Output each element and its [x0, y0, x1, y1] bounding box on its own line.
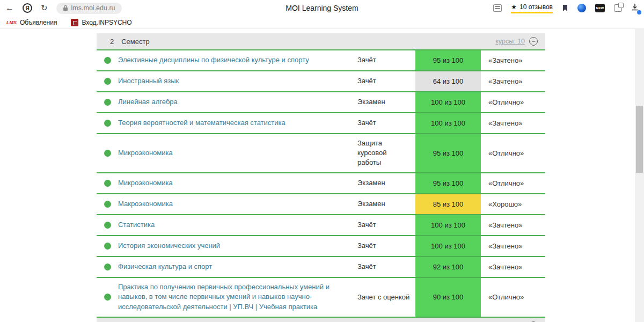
toolbar-right: 10 отзывов	[493, 3, 639, 13]
course-link[interactable]: Физическая культура и спорт	[118, 257, 357, 277]
course-link[interactable]: История экономических учений	[118, 236, 357, 256]
page-content: 2 Семестр курсы: 10 Элективные дисциплин…	[0, 29, 644, 322]
assessment-type: Зачёт	[357, 257, 415, 277]
lock-icon	[63, 5, 68, 11]
bookmark-label: Вход.INPSYCHO	[82, 19, 131, 26]
status-dot-icon	[104, 150, 111, 157]
status-dot-cell	[97, 194, 118, 214]
extension-browser-icon[interactable]	[577, 4, 586, 12]
assessment-type: Зачёт	[357, 236, 415, 256]
course-link[interactable]: Микроэкономика	[118, 173, 357, 193]
status-dot-cell	[97, 92, 118, 112]
table-row: Практика по получению первичных професси…	[97, 278, 545, 318]
refresh-icon[interactable]	[41, 4, 48, 12]
status-dot-icon	[104, 201, 111, 208]
bookmark-announcements[interactable]: LMS Объявления	[6, 19, 57, 26]
scrollbar-thumb[interactable]	[636, 106, 643, 173]
course-link[interactable]: Практика по получению первичных професси…	[118, 278, 357, 317]
table-row: Статистика Зачёт 100 из 100 «Зачтено»	[97, 215, 545, 236]
scrollbar-track[interactable]	[635, 29, 644, 322]
download-icon	[631, 3, 639, 11]
grade-text: «Отлично»	[481, 134, 545, 172]
collapse-semester-icon[interactable]	[529, 37, 538, 46]
assessment-type: Защита курсовой работы	[357, 134, 415, 172]
assessment-type: Зачет с оценкой	[357, 278, 415, 317]
address-bar[interactable]: lms.moi.edu.ru	[56, 3, 122, 14]
table-row: История экономических учений Зачёт 100 и…	[97, 236, 545, 257]
table-row: Теория вероятностей и математическая ста…	[97, 113, 545, 134]
table-row: Иностранный язык Зачёт 64 из 100 «Зачтен…	[97, 71, 545, 92]
semester-3-header: 3 Семестр курсы: 10	[97, 318, 545, 322]
semester-label: Семестр	[121, 38, 149, 46]
site-reviews-button[interactable]: 10 отзывов	[511, 3, 553, 13]
table-row: Элективные дисциплины по физической куль…	[97, 50, 545, 71]
status-dot-icon	[104, 264, 111, 270]
bookmark-icon[interactable]	[562, 4, 568, 12]
course-link[interactable]: Элективные дисциплины по физической куль…	[118, 50, 357, 70]
course-link[interactable]: Микроэкономика	[118, 134, 357, 172]
status-dot-icon	[104, 294, 111, 301]
score-badge: 100 из 100	[415, 113, 481, 133]
bookmarks-bar: LMS Объявления Вход.INPSYCHO	[0, 16, 644, 29]
assessment-type: Экзамен	[357, 92, 415, 112]
assessment-type: Зачёт	[357, 71, 415, 91]
grade-text: «Зачтено»	[481, 50, 545, 70]
assessment-type: Зачёт	[357, 113, 415, 133]
grade-text: «Отлично»	[481, 173, 545, 193]
score-badge: 95 из 100	[415, 50, 481, 70]
courses-count-link[interactable]: курсы: 10	[495, 38, 525, 45]
assessment-type: Зачёт	[357, 215, 415, 235]
status-dot-icon	[104, 99, 111, 106]
score-badge: 100 из 100	[415, 92, 481, 112]
course-link[interactable]: Теория вероятностей и математическая ста…	[118, 113, 357, 133]
table-row: Микроэкономика Защита курсовой работы 95…	[97, 134, 545, 173]
status-dot-cell	[97, 113, 118, 133]
score-badge: 95 из 100	[415, 173, 481, 193]
assessment-type: Экзамен	[357, 173, 415, 193]
score-badge: 95 из 100	[415, 134, 481, 172]
status-dot-cell	[97, 134, 118, 172]
grade-text: «Зачтено»	[481, 113, 545, 133]
status-dot-icon	[104, 222, 111, 229]
status-dot-cell	[97, 278, 118, 317]
extension-new-icon[interactable]	[595, 4, 605, 12]
table-row: Линейная алгебра Экзамен 100 из 100 «Отл…	[97, 92, 545, 113]
assessment-type: Зачёт	[357, 50, 415, 70]
status-dot-cell	[97, 50, 118, 70]
semester-2-header: 2 Семестр курсы: 10	[97, 33, 545, 49]
course-link[interactable]: Линейная алгебра	[118, 92, 357, 112]
status-dot-icon	[104, 180, 111, 187]
status-dot-icon	[104, 57, 111, 64]
assessment-type: Экзамен	[357, 194, 415, 214]
grade-text: «Отлично»	[481, 278, 545, 317]
table-row: Макроэкономика Экзамен 85 из 100 «Хорошо…	[97, 194, 545, 215]
reviews-label: 10 отзывов	[519, 3, 553, 11]
yandex-browser-icon[interactable]	[23, 3, 32, 13]
url-text: lms.moi.edu.ru	[71, 4, 115, 12]
course-link[interactable]: Иностранный язык	[118, 71, 357, 91]
collections-icon[interactable]	[614, 4, 622, 12]
grade-text: «Зачтено»	[481, 215, 545, 235]
score-badge: 100 из 100	[415, 215, 481, 235]
inpsycho-favicon	[71, 19, 78, 26]
back-icon[interactable]	[5, 4, 14, 12]
download-badge	[637, 10, 641, 14]
table-row: Микроэкономика Экзамен 95 из 100 «Отличн…	[97, 173, 545, 194]
grade-text: «Зачтено»	[481, 257, 545, 277]
grade-text: «Зачтено»	[481, 236, 545, 256]
translate-icon[interactable]	[493, 4, 502, 12]
downloads-button[interactable]	[631, 3, 639, 13]
status-dot-cell	[97, 173, 118, 193]
bookmark-inpsycho[interactable]: Вход.INPSYCHO	[71, 19, 131, 26]
course-link[interactable]: Статистика	[118, 215, 357, 235]
status-dot-cell	[97, 257, 118, 277]
score-badge: 92 из 100	[415, 257, 481, 277]
status-dot-cell	[97, 215, 118, 235]
grades-table: 2 Семестр курсы: 10 Элективные дисциплин…	[97, 33, 545, 322]
status-dot-cell	[97, 71, 118, 91]
grade-text: «Зачтено»	[481, 71, 545, 91]
score-badge: 90 из 100	[415, 278, 481, 317]
status-dot-icon	[104, 120, 111, 127]
course-link[interactable]: Макроэкономика	[118, 194, 357, 214]
grade-text: «Хорошо»	[481, 194, 545, 214]
